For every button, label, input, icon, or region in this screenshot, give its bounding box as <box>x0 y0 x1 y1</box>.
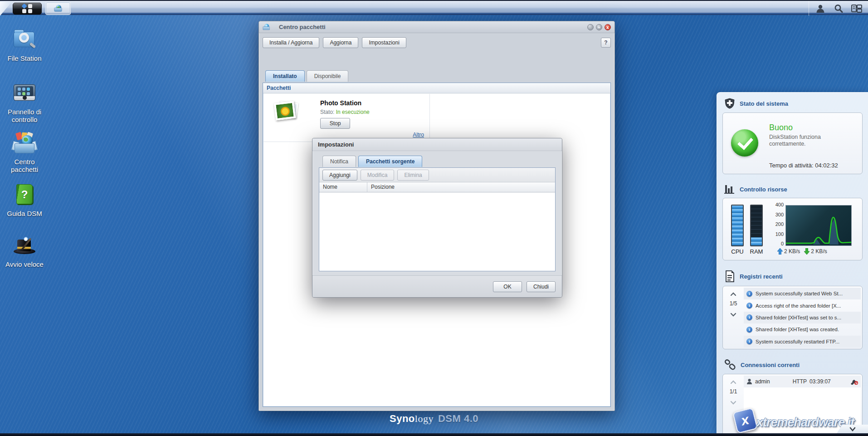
shield-icon <box>724 98 735 109</box>
logs-page-indicator: 1/5 <box>726 300 741 307</box>
ram-label: RAM <box>747 248 766 255</box>
tab-available[interactable]: Disponibile <box>307 70 349 82</box>
help-book-icon: ? <box>12 183 37 207</box>
taskbar-item-package-center[interactable] <box>45 2 71 15</box>
window-titlebar[interactable]: Centro pacchetti + x <box>259 21 614 33</box>
package-item-photo-station[interactable]: Photo Station Stato: In esecuzione Stop … <box>263 94 430 142</box>
settings-dialog: Impostazioni Notifica Pacchetti sorgente… <box>312 138 562 298</box>
dialog-titlebar[interactable]: Impostazioni <box>312 138 562 151</box>
window-title-icon <box>263 24 270 30</box>
system-status-card: Buono DiskStation funziona correttamente… <box>722 113 863 174</box>
desktop-icon-label: Pannello di controllo <box>3 108 46 123</box>
recent-logs-card: 1/5 iSystem successfully started Web St.… <box>722 286 863 349</box>
magic-hat-icon <box>12 234 37 258</box>
package-name: Photo Station <box>320 99 361 107</box>
package-tabs: Installato Disponibile <box>265 70 348 82</box>
tab-notification[interactable]: Notifica <box>322 156 356 167</box>
info-icon: i <box>746 338 752 344</box>
connection-time: 03:39:07 <box>809 378 831 385</box>
photo-station-icon <box>274 99 300 124</box>
help-button[interactable]: ? <box>601 38 611 48</box>
upload-arrow-icon <box>777 248 783 255</box>
log-text: Access right of the shared folder [X... <box>756 303 841 309</box>
screen-bottom-edge <box>0 433 868 436</box>
close-button[interactable]: x <box>605 24 611 30</box>
log-row[interactable]: iShared folder [XHTest] was created. <box>744 323 861 335</box>
column-header-position[interactable]: Posizione <box>367 182 555 192</box>
desktop-icon-package-center[interactable]: Centro pacchetti <box>3 132 46 173</box>
uptime-text: Tempo di attività: 04:02:32 <box>769 162 838 169</box>
log-row[interactable]: iSystem successfully started Web St... <box>744 288 861 299</box>
connection-protocol: HTTP <box>793 378 807 385</box>
connections-page-indicator: 1/1 <box>726 388 741 395</box>
disconnect-icon[interactable] <box>850 378 858 385</box>
desktop-icon-label: Avvio veloce <box>3 260 46 268</box>
recent-logs-header: Registri recenti <box>717 265 868 285</box>
control-panel-icon <box>12 82 37 105</box>
dialog-title: Impostazioni <box>318 141 354 148</box>
log-row[interactable]: iAccess right of the shared folder [X... <box>744 299 861 311</box>
taskbar <box>0 0 868 15</box>
install-update-button[interactable]: Installa / Aggiorna <box>263 37 319 48</box>
chevron-up-icon[interactable] <box>731 291 736 296</box>
brand-syno: Syno <box>390 413 415 424</box>
more-link[interactable]: Altro <box>413 132 424 138</box>
delete-button[interactable]: Elimina <box>397 170 429 181</box>
log-document-icon <box>724 270 735 282</box>
log-text: Shared folder [XHTest] was created. <box>756 327 839 332</box>
chevron-down-icon[interactable] <box>731 399 736 404</box>
chevron-down-icon[interactable] <box>731 311 736 316</box>
section-header: Pacchetti <box>263 83 610 93</box>
tab-package-sources[interactable]: Pacchetti sorgente <box>358 156 422 167</box>
system-status-header: Stato del sistema <box>717 93 868 112</box>
taskbar-right-tray <box>809 1 868 16</box>
show-desktop-button[interactable] <box>0 2 12 16</box>
close-dialog-button[interactable]: Chiudi <box>527 281 556 292</box>
connection-row[interactable]: admin HTTP 03:39:07 <box>744 376 861 387</box>
connections-pager: 1/1 <box>726 379 741 404</box>
package-center-window: Centro pacchetti + x Installa / Aggiorna… <box>258 21 615 411</box>
main-menu-icon <box>21 4 33 13</box>
user-icon[interactable] <box>814 3 826 15</box>
tab-installed[interactable]: Installato <box>265 70 305 82</box>
info-icon: i <box>746 327 752 333</box>
network-graph <box>785 205 852 246</box>
column-header-name[interactable]: Nome <box>319 182 367 192</box>
desktop-icon-dsm-help[interactable]: ? Guida DSM <box>3 183 46 217</box>
package-center-icon <box>12 132 37 155</box>
ok-button[interactable]: OK <box>493 281 522 292</box>
refresh-button[interactable]: Aggiorna <box>323 37 358 48</box>
network-rates: 2 KB/s 2 KB/s <box>777 248 827 255</box>
widget-title: Controllo risorse <box>740 186 787 193</box>
connection-user: admin <box>755 378 770 385</box>
network-graph-ticks: 400 300 200 100 0 <box>766 202 784 251</box>
settings-button[interactable]: Impostazioni <box>362 37 406 48</box>
main-menu-button[interactable] <box>13 3 42 15</box>
log-row[interactable]: iShared folder [XHTest] was set to s... <box>744 312 861 323</box>
upload-rate: 2 KB/s <box>784 248 800 255</box>
desktop-icon-file-station[interactable]: File Station <box>3 28 46 62</box>
search-icon[interactable] <box>833 3 844 15</box>
desktop-icon-quick-start[interactable]: Avvio veloce <box>3 234 46 268</box>
minimize-button[interactable] <box>587 24 594 30</box>
desktop-icon-control-panel[interactable]: Pannello di controllo <box>3 82 46 123</box>
log-row[interactable]: iSystem successfully restarted FTP... <box>744 336 861 348</box>
chevron-up-icon[interactable] <box>731 379 736 384</box>
status-description: DiskStation funziona correttamente. <box>769 134 846 147</box>
desktop-icon-label: File Station <box>3 54 46 62</box>
package-sources-panel: Aggiungi Modifica Elimina Nome Posizione <box>319 167 556 271</box>
pilot-view-icon[interactable] <box>851 3 863 15</box>
stop-button[interactable]: Stop <box>320 118 350 129</box>
section-header-label: Pacchetti <box>267 85 291 91</box>
edit-button[interactable]: Modifica <box>361 170 395 181</box>
info-icon: i <box>746 314 752 320</box>
sources-table-header: Nome Posizione <box>319 182 555 192</box>
user-icon <box>746 378 752 385</box>
add-button[interactable]: Aggiungi <box>322 170 357 181</box>
log-text: System successfully restarted FTP... <box>756 339 839 344</box>
status-label: Stato: <box>320 109 334 115</box>
window-title: Centro pacchetti <box>279 24 326 30</box>
sources-table-body[interactable] <box>319 193 555 271</box>
maximize-button[interactable]: + <box>596 24 602 30</box>
download-arrow-icon <box>804 248 809 255</box>
